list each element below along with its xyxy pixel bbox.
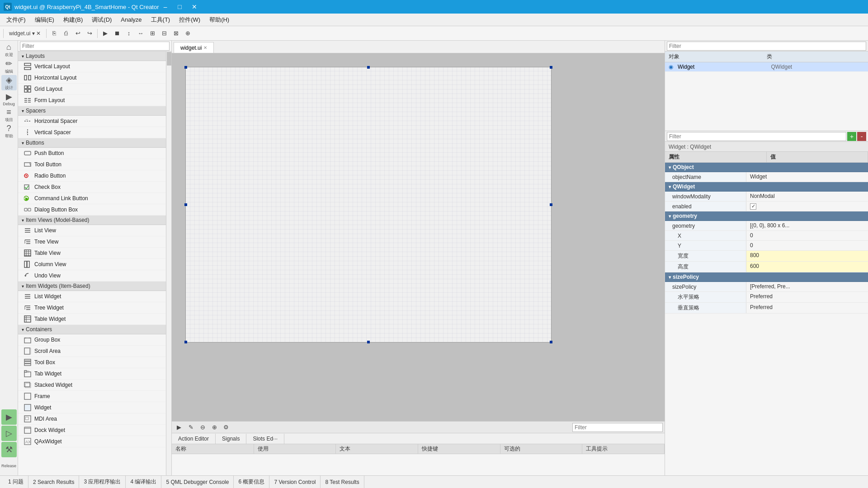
action-settings-btn[interactable]: ⚙ <box>221 422 231 433</box>
prop-section-qobject[interactable]: ▾ QObject <box>665 163 868 172</box>
widget-tool-box[interactable]: Tool Box <box>18 357 166 368</box>
widget-scroll[interactable]: ▾ Layouts Vertical Layout Horizontal Lay… <box>18 52 166 475</box>
sidebar-edit[interactable]: ✏ 编辑 <box>1 59 17 74</box>
prop-sizepolicy-value[interactable]: [Preferred, Pre... <box>746 282 868 291</box>
prop-row-windowmodality[interactable]: windowModality NonModal <box>665 192 868 202</box>
menu-debug[interactable]: 调试(D) <box>87 14 116 26</box>
menu-build[interactable]: 构建(B) <box>59 14 87 26</box>
prop-row-sizepolicy[interactable]: sizePolicy [Preferred, Pre... <box>665 282 868 292</box>
prop-enabled-value[interactable]: ✓ <box>746 202 868 211</box>
widget-radio-button[interactable]: Radio Button <box>18 170 166 182</box>
widget-dialog-button-box[interactable]: Dialog Button Box <box>18 204 166 216</box>
widget-undo-view[interactable]: Undo View <box>18 270 166 282</box>
section-layouts[interactable]: ▾ Layouts <box>18 52 166 61</box>
sidebar-release[interactable]: Release <box>1 458 17 474</box>
minimize-button[interactable]: – <box>159 2 172 11</box>
widget-push-button[interactable]: Push Button <box>18 148 166 159</box>
prop-row-x[interactable]: X 0 <box>665 231 868 241</box>
tb-btn-10[interactable]: ⊟ <box>159 28 170 39</box>
handle-mr[interactable] <box>550 203 552 206</box>
canvas-container[interactable] <box>172 53 665 421</box>
prop-row-y[interactable]: Y 0 <box>665 241 868 251</box>
widget-horizontal-spacer[interactable]: ↔ Horizontal Spacer <box>18 116 166 127</box>
widget-stacked-widget[interactable]: Stacked Widget <box>18 380 166 391</box>
prop-height-value[interactable]: 600 <box>746 262 868 272</box>
widget-qaxwidget[interactable]: AX QAxWidget <box>18 436 166 447</box>
action-add-btn[interactable]: ▶ <box>174 422 184 433</box>
status-app-output[interactable]: 3 应用程序输出 <box>79 476 126 488</box>
maximize-button[interactable]: □ <box>174 2 186 11</box>
tb-btn-9[interactable]: ⊞ <box>147 28 158 39</box>
section-buttons[interactable]: ▾ Buttons <box>18 138 166 148</box>
sidebar-design[interactable]: ◈ 设计 <box>1 75 17 90</box>
prop-section-sizepolicy[interactable]: ▾ sizePolicy <box>665 272 868 282</box>
obj-row-widget[interactable]: ◉ Widget QWidget <box>665 62 868 72</box>
status-problems[interactable]: 1 问题 <box>4 476 28 488</box>
tb-btn-5[interactable]: ▶ <box>100 28 111 39</box>
prop-row-width[interactable]: 宽度 800 <box>665 251 868 262</box>
prop-section-geometry[interactable]: ▾ geometry <box>665 211 868 221</box>
widget-group-box[interactable]: Group Box <box>18 334 166 346</box>
sidebar-help[interactable]: ? 帮助 <box>1 124 17 139</box>
section-item-widgets[interactable]: ▾ Item Widgets (Item-Based) <box>18 282 166 291</box>
widget-table-view[interactable]: Table View <box>18 248 166 259</box>
widget-grid-layout[interactable]: Grid Layout <box>18 84 166 95</box>
section-item-views[interactable]: ▾ Item Views (Model-Based) <box>18 216 166 225</box>
widget-horizontal-layout[interactable]: Horizontal Layout <box>18 72 166 84</box>
prop-remove-button[interactable]: - <box>857 132 866 141</box>
sidebar-debug2[interactable]: ▷ <box>1 426 17 441</box>
menu-analyze[interactable]: Analyze <box>116 14 146 25</box>
prop-row-hpolicy[interactable]: 水平策略 Preferred <box>665 292 868 303</box>
sidebar-welcome[interactable]: ⌂ 欢迎 <box>1 42 17 58</box>
obj-filter-input[interactable] <box>667 42 866 51</box>
bottom-filter-input[interactable] <box>572 423 663 432</box>
tb-btn-12[interactable]: ⊕ <box>182 28 193 39</box>
widget-frame[interactable]: Frame <box>18 391 166 402</box>
widget-command-link[interactable]: ▶ Command Link Button <box>18 193 166 204</box>
handle-bc[interactable] <box>367 341 370 343</box>
widget-check-box[interactable]: Check Box <box>18 182 166 193</box>
widget-filter-input[interactable] <box>20 42 170 51</box>
widget-list-view[interactable]: List View <box>18 225 166 236</box>
action-edit-btn[interactable]: ✎ <box>185 422 196 433</box>
widget-column-view[interactable]: Column View <box>18 259 166 270</box>
prop-row-objectname[interactable]: objectName Widget <box>665 172 868 182</box>
prop-row-height[interactable]: 高度 600 <box>665 262 868 272</box>
prop-x-value[interactable]: 0 <box>746 231 868 240</box>
widget-mdi-area[interactable]: MDI Area <box>18 413 166 425</box>
widget-list-widget[interactable]: List Widget <box>18 291 166 302</box>
widget-tree-widget[interactable]: Tree Widget <box>18 302 166 314</box>
widget-form-layout[interactable]: Form Layout <box>18 95 166 106</box>
section-containers[interactable]: ▾ Containers <box>18 325 166 334</box>
prop-geometry-value[interactable]: [(0, 0), 800 x 6... <box>746 221 868 230</box>
prop-filter-input[interactable] <box>667 132 846 141</box>
prop-row-geometry[interactable]: geometry [(0, 0), 800 x 6... <box>665 221 868 231</box>
prop-row-vpolicy[interactable]: 垂直策略 Preferred <box>665 303 868 314</box>
tb-btn-6[interactable]: ⏹ <box>112 28 123 39</box>
widget-dock-widget[interactable]: Dock Widget <box>18 425 166 436</box>
enabled-checkbox[interactable]: ✓ <box>750 203 756 210</box>
handle-bl[interactable] <box>184 341 187 343</box>
widget-scroll-thumb[interactable] <box>167 52 171 66</box>
widget-vertical-spacer[interactable]: ↕ Vertical Spacer <box>18 127 166 138</box>
prop-windowmodality-value[interactable]: NonModal <box>746 192 868 201</box>
tb-btn-2[interactable]: ⎙ <box>61 28 71 39</box>
menu-tools[interactable]: 工具(T) <box>146 14 175 26</box>
prop-objectname-value[interactable]: Widget <box>746 172 868 182</box>
status-qml-debugger[interactable]: 5 QML Debugger Console <box>161 476 234 488</box>
prop-y-value[interactable]: 0 <box>746 241 868 250</box>
status-search[interactable]: 2 Search Results <box>28 476 79 488</box>
tb-widget-ui-tab[interactable]: widget.ui ▾ ✕ <box>6 28 44 39</box>
status-test-results[interactable]: 8 Test Results <box>321 476 364 488</box>
widget-tree-view[interactable]: Tree View <box>18 236 166 248</box>
tb-btn-1[interactable]: ⎘ <box>49 28 60 39</box>
prop-add-button[interactable]: + <box>847 132 856 141</box>
tab-slots-editor[interactable]: Slots Ed··· <box>246 434 284 444</box>
close-button[interactable]: ✕ <box>188 2 201 11</box>
tb-btn-4[interactable]: ↪ <box>84 28 95 39</box>
handle-tl[interactable] <box>184 66 187 69</box>
menu-help[interactable]: 帮助(H) <box>205 14 234 26</box>
status-compile-output[interactable]: 4 编译输出 <box>126 476 161 488</box>
widget-table-widget[interactable]: Table Widget <box>18 314 166 325</box>
handle-tc[interactable] <box>367 66 370 69</box>
